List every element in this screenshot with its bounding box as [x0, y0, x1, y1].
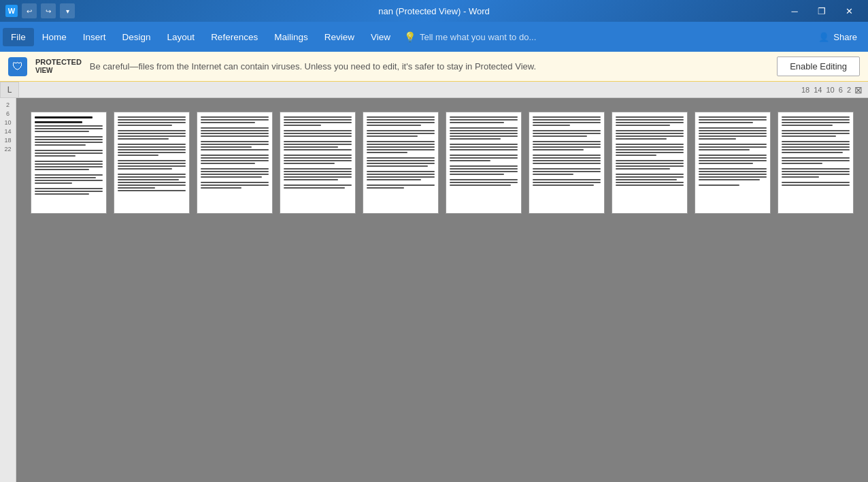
page-thumbnail-3[interactable]: [197, 112, 273, 214]
search-placeholder[interactable]: Tell me what you want to do...: [420, 32, 536, 42]
close-button[interactable]: ✕: [835, 0, 863, 22]
restore-button[interactable]: ❐: [808, 0, 835, 22]
search-icon: 💡: [404, 31, 416, 42]
title-bar: W ↩ ↪ ▾ nan (Protected View) - Word ─ ❐ …: [0, 0, 868, 22]
protected-view-bar: 🛡 PROTECTED VIEW Be careful—files from t…: [0, 52, 868, 82]
v-ruler-num-6: 6: [6, 111, 10, 117]
pages-row: [31, 112, 854, 214]
v-ruler-num-18: 18: [4, 138, 11, 144]
menu-home[interactable]: Home: [34, 28, 75, 46]
window-controls: ─ ❐ ✕: [781, 0, 863, 22]
ruler-num-10: 10: [827, 86, 835, 94]
menu-layout[interactable]: Layout: [159, 28, 203, 46]
protected-title-line2: VIEW: [35, 67, 82, 75]
v-ruler-num-22: 22: [4, 146, 11, 152]
ruler-num-6: 6: [839, 86, 843, 94]
protected-message: Be careful—files from the Internet can c…: [90, 61, 769, 71]
share-icon: 👤: [818, 32, 829, 42]
menu-mailings[interactable]: Mailings: [266, 28, 316, 46]
minimize-button[interactable]: ─: [781, 0, 808, 22]
share-button[interactable]: 👤 Share: [810, 28, 865, 46]
page-thumbnail-5[interactable]: [363, 112, 439, 214]
menu-bar: File Home Insert Design Layout Reference…: [0, 22, 868, 52]
page1-header: [35, 121, 82, 123]
ruler-scroll-icon[interactable]: ⊠: [854, 84, 863, 95]
protected-title-line1: PROTECTED: [35, 58, 82, 67]
customize-qat-button[interactable]: ▾: [60, 3, 75, 18]
menu-insert[interactable]: Insert: [75, 28, 114, 46]
ruler-num-14: 14: [814, 86, 822, 94]
protected-label: PROTECTED VIEW: [35, 58, 82, 75]
page-content-4: [280, 112, 355, 213]
page-content-1: [31, 112, 106, 213]
ruler-num-18: 18: [801, 86, 809, 94]
page-content-5: [363, 112, 438, 213]
vertical-ruler: 2 6 10 14 18 22: [0, 98, 16, 482]
page-content-8: [612, 112, 687, 213]
page-thumbnail-10[interactable]: [778, 112, 854, 214]
undo-button[interactable]: ↩: [22, 3, 37, 18]
ruler-num-2: 2: [847, 86, 851, 94]
v-ruler-num-2: 2: [6, 102, 10, 108]
redo-button[interactable]: ↪: [41, 3, 56, 18]
ruler-align-button[interactable]: L: [0, 82, 19, 98]
page-thumbnail-2[interactable]: [114, 112, 190, 214]
enable-editing-button[interactable]: Enable Editing: [777, 57, 860, 76]
v-ruler-num-10: 10: [4, 120, 11, 126]
document-area: [16, 98, 868, 482]
ruler-numbers: 18 14 10 6 2 ⊠: [799, 84, 868, 95]
page-thumbnail-7[interactable]: [529, 112, 605, 214]
page-content-2: [114, 112, 189, 213]
window-title: nan (Protected View) - Word: [378, 6, 490, 16]
word-icon: W: [5, 5, 18, 17]
page-thumbnail-1[interactable]: [31, 112, 107, 214]
menu-review[interactable]: Review: [316, 28, 363, 46]
page-content-6: [446, 112, 521, 213]
app-wrapper: W ↩ ↪ ▾ nan (Protected View) - Word ─ ❐ …: [0, 0, 868, 482]
ruler-l-label: L: [7, 85, 12, 95]
protected-icon: 🛡: [8, 57, 27, 76]
page-thumbnail-4[interactable]: [280, 112, 356, 214]
page1-title: [35, 116, 93, 118]
horizontal-ruler: L 18 14 10 6 2 ⊠: [0, 82, 868, 98]
page-content-7: [529, 112, 604, 213]
title-bar-left: W ↩ ↪ ▾: [5, 3, 75, 18]
page-thumbnail-8[interactable]: [612, 112, 688, 214]
menu-design[interactable]: Design: [114, 28, 159, 46]
v-ruler-num-14: 14: [4, 129, 11, 135]
page-content-10: [778, 112, 853, 213]
page-thumbnail-9[interactable]: [695, 112, 771, 214]
search-box[interactable]: 💡 Tell me what you want to do...: [404, 31, 536, 42]
page-thumbnail-6[interactable]: [446, 112, 522, 214]
menu-references[interactable]: References: [203, 28, 266, 46]
page-content-9: [695, 112, 770, 213]
content-row: 2 6 10 14 18 22: [0, 98, 868, 482]
page-content-3: [197, 112, 272, 213]
menu-file[interactable]: File: [3, 28, 34, 46]
menu-view[interactable]: View: [363, 28, 399, 46]
